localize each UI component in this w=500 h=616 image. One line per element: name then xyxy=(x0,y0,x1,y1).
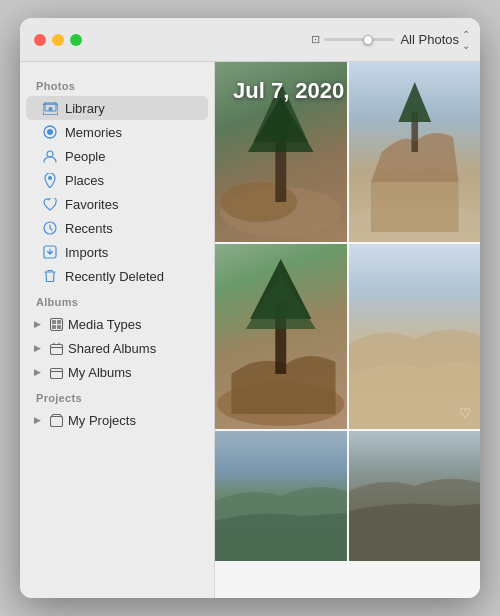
section-projects-label: Projects xyxy=(20,384,214,408)
recently-deleted-icon xyxy=(42,268,58,284)
recents-icon xyxy=(42,220,58,236)
people-icon xyxy=(42,148,58,164)
titlebar: ⊡ All Photos ⌃⌄ xyxy=(20,18,480,62)
svg-point-2 xyxy=(48,107,52,111)
photo-cell-5[interactable] xyxy=(215,431,347,561)
sidebar-item-recents[interactable]: Recents xyxy=(26,216,208,240)
media-types-label: Media Types xyxy=(68,317,141,332)
all-photos-label: All Photos xyxy=(400,32,459,47)
photo-cell-2[interactable] xyxy=(349,62,481,242)
my-albums-label: My Albums xyxy=(68,365,132,380)
svg-point-4 xyxy=(47,129,53,135)
memories-icon xyxy=(42,124,58,140)
sidebar-item-recently-deleted[interactable]: Recently Deleted xyxy=(26,264,208,288)
section-albums-label: Albums xyxy=(20,288,214,312)
my-projects-icon xyxy=(48,412,64,428)
photo-area: Jul 7, 2020 xyxy=(215,62,480,598)
slider-thumb[interactable] xyxy=(363,35,373,45)
shared-albums-icon xyxy=(48,340,64,356)
svg-point-5 xyxy=(47,151,53,157)
photos-window: ⊡ All Photos ⌃⌄ Photos xyxy=(20,18,480,598)
favorite-heart-icon: ♡ xyxy=(459,405,472,421)
svg-point-18 xyxy=(220,182,297,222)
main-content: Photos Library M xyxy=(20,62,480,598)
people-label: People xyxy=(65,149,105,164)
library-label: Library xyxy=(65,101,105,116)
svg-point-6 xyxy=(48,176,52,180)
places-label: Places xyxy=(65,173,104,188)
recents-label: Recents xyxy=(65,221,113,236)
svg-point-17 xyxy=(220,187,341,237)
maximize-button[interactable] xyxy=(70,34,82,46)
library-icon xyxy=(42,100,58,116)
sidebar-item-memories[interactable]: Memories xyxy=(26,120,208,144)
sidebar-item-media-types[interactable]: ▶ Media Types xyxy=(26,312,208,336)
sidebar-item-shared-albums[interactable]: ▶ Shared Albums xyxy=(26,336,208,360)
media-types-icon xyxy=(48,316,64,332)
sidebar-item-my-projects[interactable]: ▶ My Projects xyxy=(26,408,208,432)
close-button[interactable] xyxy=(34,34,46,46)
view-icon: ⊡ xyxy=(311,33,320,46)
svg-point-22 xyxy=(217,382,344,426)
arrow-right-icon-4: ▶ xyxy=(34,415,44,425)
sidebar-item-favorites[interactable]: Favorites xyxy=(26,192,208,216)
svg-rect-21 xyxy=(411,112,418,152)
svg-rect-11 xyxy=(57,320,61,324)
svg-rect-12 xyxy=(52,325,56,329)
traffic-lights xyxy=(34,34,82,46)
shared-albums-label: Shared Albums xyxy=(68,341,156,356)
sidebar-item-imports[interactable]: Imports xyxy=(26,240,208,264)
sidebar-item-my-albums[interactable]: ▶ My Albums xyxy=(26,360,208,384)
svg-rect-14 xyxy=(50,344,62,354)
sidebar: Photos Library M xyxy=(20,62,215,598)
favorites-icon xyxy=(42,196,58,212)
svg-point-20 xyxy=(349,202,481,242)
zoom-slider[interactable] xyxy=(324,38,394,41)
svg-rect-15 xyxy=(50,368,62,378)
photo-cell-6[interactable] xyxy=(349,431,481,561)
svg-rect-13 xyxy=(57,325,61,329)
section-photos-label: Photos xyxy=(20,72,214,96)
recently-deleted-label: Recently Deleted xyxy=(65,269,164,284)
svg-rect-10 xyxy=(52,320,56,324)
memories-label: Memories xyxy=(65,125,122,140)
svg-rect-16 xyxy=(50,416,62,426)
all-photos-select[interactable]: All Photos ⌃⌄ xyxy=(400,29,470,51)
places-icon xyxy=(42,172,58,188)
photo-grid: ♡ xyxy=(215,62,480,598)
imports-label: Imports xyxy=(65,245,108,260)
svg-rect-23 xyxy=(275,299,286,374)
minimize-button[interactable] xyxy=(52,34,64,46)
sidebar-item-people[interactable]: People xyxy=(26,144,208,168)
photo-cell-3[interactable] xyxy=(215,244,347,429)
svg-rect-19 xyxy=(275,122,286,202)
sidebar-item-library[interactable]: Library xyxy=(26,96,208,120)
photo-cell-4[interactable]: ♡ xyxy=(349,244,481,429)
my-albums-icon xyxy=(48,364,64,380)
arrow-right-icon-2: ▶ xyxy=(34,343,44,353)
zoom-slider-container: ⊡ xyxy=(311,33,394,46)
chevron-updown-icon: ⌃⌄ xyxy=(462,29,470,51)
date-label: Jul 7, 2020 xyxy=(233,78,344,104)
sidebar-item-places[interactable]: Places xyxy=(26,168,208,192)
my-projects-label: My Projects xyxy=(68,413,136,428)
imports-icon xyxy=(42,244,58,260)
arrow-right-icon: ▶ xyxy=(34,319,44,329)
arrow-right-icon-3: ▶ xyxy=(34,367,44,377)
favorites-label: Favorites xyxy=(65,197,118,212)
